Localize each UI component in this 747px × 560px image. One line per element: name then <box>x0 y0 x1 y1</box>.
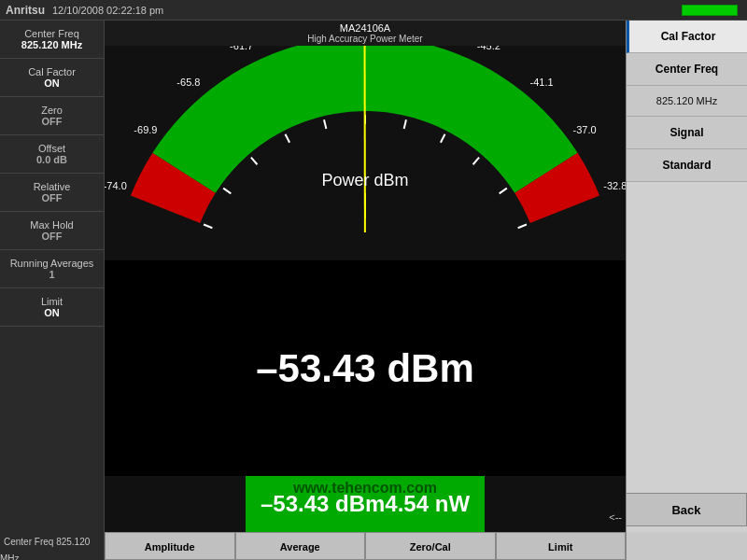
sidebar-value-center-freq: 825.120 MHz <box>6 39 98 50</box>
limit-btn[interactable]: Limit <box>496 532 627 560</box>
gauge-container <box>105 46 626 260</box>
right-btn-center-freq-value[interactable]: 825.120 MHz <box>627 86 747 117</box>
model-name: High Accuracy Power Meter <box>105 34 626 44</box>
right-btn-center-freq-btn[interactable]: Center Freq <box>627 53 747 86</box>
sidebar-item-offset[interactable]: Offset0.0 dB <box>0 135 104 174</box>
bottom-bar: –53.43 dBm 4.54 nW <box>246 476 485 532</box>
right-btn-standard-btn[interactable]: Standard <box>627 149 747 182</box>
sidebar-label-offset: Offset <box>6 143 98 154</box>
right-panel: Cal FactorCenter Freq825.120 MHzSignalSt… <box>626 21 747 532</box>
sidebar-value-running-avg: 1 <box>6 269 98 280</box>
sidebar-label-zero: Zero <box>6 105 98 116</box>
bottom-dbm: –53.43 dBm <box>261 491 385 517</box>
datetime: 12/10/2008 02:22:18 pm <box>52 5 163 16</box>
right-btn-label-center-freq-btn: Center Freq <box>632 63 741 76</box>
right-btn-label-cal-factor-btn: Cal Factor <box>635 30 741 43</box>
sidebar-label-cal-factor: Cal Factor <box>6 66 98 77</box>
sidebar-value-offset: 0.0 dB <box>6 154 98 165</box>
sidebar-item-limit[interactable]: LimitON <box>0 288 104 327</box>
signal-bar <box>682 5 738 16</box>
power-reading: –53.43 dBm <box>105 260 626 476</box>
sidebar-item-running-avg[interactable]: Running Averages1 <box>0 250 104 288</box>
func-spacer-right <box>626 532 747 560</box>
sidebar-label-running-avg: Running Averages <box>6 258 98 269</box>
sidebar-item-zero[interactable]: ZeroOFF <box>0 97 104 135</box>
model-info: MA24106A High Accuracy Power Meter <box>105 21 626 46</box>
average-btn[interactable]: Average <box>235 532 366 560</box>
sidebar: Center Freq825.120 MHzCal FactorONZeroOF… <box>0 21 105 532</box>
zero-cal-btn[interactable]: Zero/Cal <box>365 532 496 560</box>
sidebar-item-center-freq[interactable]: Center Freq825.120 MHz <box>0 21 104 59</box>
right-btn-value-center-freq-value: 825.120 MHz <box>632 95 741 106</box>
arrow-indicator: <-- <box>605 508 626 526</box>
sidebar-value-zero: OFF <box>6 116 98 127</box>
sidebar-item-max-hold[interactable]: Max HoldOFF <box>0 212 104 250</box>
sidebar-label-max-hold: Max Hold <box>6 219 98 231</box>
status-text: Center Freq 825.120 MHz <box>0 537 90 560</box>
header-bar: Anritsu 12/10/2008 02:22:18 pm <box>0 0 747 21</box>
main-display: MA24106A High Accuracy Power Meter –53.4… <box>105 21 626 532</box>
right-btn-label-signal-btn: Signal <box>632 126 741 139</box>
sidebar-label-limit: Limit <box>6 296 98 307</box>
sidebar-value-limit: ON <box>6 307 98 318</box>
right-btn-signal-btn[interactable]: Signal <box>627 117 747 149</box>
right-btn-label-standard-btn: Standard <box>632 159 741 172</box>
sidebar-item-cal-factor[interactable]: Cal FactorON <box>0 59 104 97</box>
logo: Anritsu <box>6 4 45 17</box>
func-spacer-left: Center Freq 825.120 MHz <box>0 532 105 560</box>
power-value: –53.43 dBm <box>256 346 473 391</box>
gauge-canvas <box>105 46 626 260</box>
right-btn-cal-factor-btn[interactable]: Cal Factor <box>627 21 747 53</box>
func-buttons-bar: Center Freq 825.120 MHz Amplitude Averag… <box>0 532 747 560</box>
back-button[interactable]: Back <box>626 493 747 526</box>
meter-area: –53.43 dBm –53.43 dBm 4.54 nW <box>105 46 626 532</box>
sidebar-value-cal-factor: ON <box>6 77 98 89</box>
sidebar-item-relative[interactable]: RelativeOFF <box>0 174 104 212</box>
amplitude-btn[interactable]: Amplitude <box>105 532 235 560</box>
model-id: MA24106A <box>105 22 626 34</box>
bottom-nw: 4.54 nW <box>385 491 470 517</box>
sidebar-label-center-freq: Center Freq <box>6 28 98 39</box>
sidebar-label-relative: Relative <box>6 181 98 192</box>
sidebar-value-max-hold: OFF <box>6 231 98 242</box>
sidebar-value-relative: OFF <box>6 192 98 203</box>
